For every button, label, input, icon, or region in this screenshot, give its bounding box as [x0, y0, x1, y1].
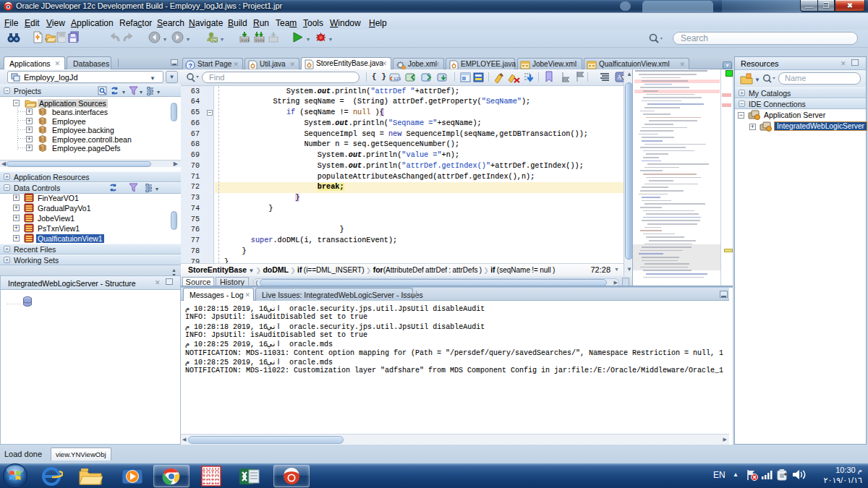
- svg-text:0101: 0101: [255, 38, 264, 43]
- svg-text:?: ?: [189, 62, 193, 69]
- svg-text:0101: 0101: [241, 38, 250, 43]
- svg-text:A: A: [617, 74, 622, 81]
- svg-text:SQL: SQL: [211, 38, 218, 42]
- svg-text:123: 123: [393, 77, 401, 82]
